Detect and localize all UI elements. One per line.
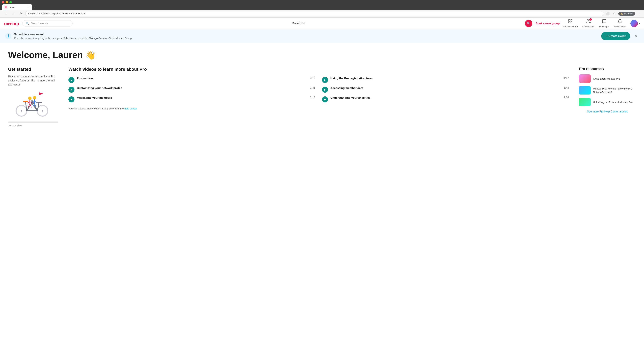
resource-title-0: FAQs about Meetup Pro [593,77,620,80]
search-placeholder-text: Search events [31,22,48,25]
search-bar[interactable]: 🔍 Search events [22,20,72,26]
tab-bar: M Home ✕ + [0,4,644,10]
wave-emoji: 👋 [85,50,96,60]
messages-label: Messages [599,25,609,28]
avatar-chevron-icon[interactable]: ▾ [639,22,640,25]
tab-close-button[interactable]: ✕ [28,6,30,8]
svg-rect-0 [568,19,570,21]
play-button-1[interactable]: ▶ [322,77,328,83]
active-tab[interactable]: M Home ✕ [2,4,32,10]
bookmark-button[interactable]: ☆ [612,11,616,16]
location-display[interactable]: Dover, DE [76,22,522,25]
svg-line-16 [26,102,26,111]
new-tab-button[interactable]: + [33,5,38,9]
video-item-0[interactable]: ▶ Product tour 3:19 [68,77,315,83]
play-button-3[interactable]: ▶ [322,87,328,93]
maximize-window-button[interactable] [10,1,12,3]
window-controls [2,1,12,3]
videos-section: Watch videos to learn more about Pro ▶ P… [68,67,569,127]
progress-bar-track [8,121,58,123]
start-new-group-button[interactable]: Start a new group [536,22,560,25]
incognito-indicator: 🕵 Incognito [618,12,635,15]
help-text-suffix: . [137,107,138,110]
video-text-time-3: Accessing member data 1:43 [330,86,569,90]
content-grid: Get started Having an event scheduled un… [8,67,636,127]
close-window-button[interactable] [2,1,4,3]
video-item-1[interactable]: ▶ Using the Pro registration form 1:17 [322,77,569,83]
forward-button[interactable]: → [10,11,16,16]
create-event-button[interactable]: + Create event [601,32,630,40]
banner-close-button[interactable]: ✕ [633,33,639,39]
pro-resources-section: Pro resources FAQs about Meetup Pro Meet… [579,67,636,127]
incognito-icon: 🕵 [620,12,623,15]
play-button-0[interactable]: ▶ [68,77,74,83]
pro-resources-title: Pro resources [579,67,636,71]
messages-icon [602,19,606,25]
video-text-time-5: Understanding your analytics 2:36 [330,96,569,100]
main-content: Welcome, Lauren 👋 Get started Having an … [0,43,644,134]
resource-item-0[interactable]: FAQs about Meetup Pro [579,74,636,83]
video-title-2: Customizing your network profile [77,86,122,90]
resource-thumbnail-0 [579,74,591,83]
videos-grid: ▶ Product tour 3:19 ▶ Using the Pro regi… [68,77,569,102]
svg-point-18 [28,96,32,100]
resource-title-1: Meetup Pro: How do I grow my Pro Network… [593,87,636,94]
video-item-3[interactable]: ▶ Accessing member data 1:43 [322,86,569,93]
video-item-5[interactable]: ▶ Understanding your analytics 2:36 [322,96,569,102]
video-item-4[interactable]: ▶ Messaging your members 2:18 [68,96,315,102]
banner-info-icon: ℹ [5,33,12,39]
progress-label: 0% Complete [8,124,58,127]
video-text-time-2: Customizing your network profile 1:41 [77,86,315,90]
play-button-5[interactable]: ▶ [322,96,328,102]
video-duration-3: 1:43 [564,86,569,89]
svg-rect-2 [568,22,570,23]
search-button[interactable]: 🔍 [525,20,532,27]
banner-title: Schedule a new event [14,33,598,36]
banner-text: Keep the momentum going in the new year.… [14,37,598,39]
pro-dashboard-nav-item[interactable]: Pro Dashboard [563,19,578,28]
video-duration-5: 2:36 [564,96,569,99]
video-duration-1: 1:17 [564,77,569,80]
messages-nav-item[interactable]: Messages [599,19,609,28]
bike-illustration [12,91,55,117]
progress-bar-container: 0% Complete [8,121,58,127]
incognito-label: Incognito [624,12,633,15]
connections-badge: · [590,18,592,21]
help-text: You can access these videos at any time … [68,107,569,110]
resource-item-1[interactable]: Meetup Pro: How do I grow my Pro Network… [579,86,636,94]
connections-label: Connections [582,25,594,28]
videos-section-title: Watch videos to learn more about Pro [68,67,569,72]
back-button[interactable]: ← [3,11,8,16]
play-button-2[interactable]: ▶ [68,87,74,93]
see-more-link[interactable]: See more Pro Help Center articles [579,110,636,114]
connections-nav-item[interactable]: · Connections [582,19,594,28]
video-duration-0: 3:19 [310,77,315,80]
video-title-1: Using the Pro registration form [330,77,372,80]
video-text-time-1: Using the Pro registration form 1:17 [330,77,569,80]
browser-nav-icons: ⬜ ☆ 🕵 Incognito ⋮ [605,11,641,16]
meetup-logo[interactable]: meetup [4,21,19,26]
app-header: meetup 🔍 Search events Dover, DE 🔍 Start… [0,17,644,29]
help-center-link[interactable]: help center [124,107,137,110]
refresh-button[interactable]: ↻ [18,11,23,16]
pro-dashboard-label: Pro Dashboard [563,25,578,28]
resource-title-2: Unlocking the Power of Meetup Pro [593,100,632,104]
video-item-2[interactable]: ▶ Customizing your network profile 1:41 [68,86,315,93]
pro-dashboard-icon [568,19,573,25]
resource-thumbnail-1 [579,86,591,94]
resource-item-2[interactable]: Unlocking the Power of Meetup Pro [579,98,636,106]
avatar-image [630,20,638,27]
extensions-button[interactable]: ⬜ [605,11,610,16]
minimize-window-button[interactable] [6,1,8,3]
notifications-nav-item[interactable]: Notifications [614,19,626,28]
banner-content: Schedule a new event Keep the momentum g… [14,33,598,39]
user-avatar[interactable] [630,20,638,27]
video-title-3: Accessing member data [330,86,363,90]
menu-button[interactable]: ⋮ [637,11,641,16]
svg-point-6 [21,110,22,112]
browser-chrome: M Home ✕ + ← → ↻ meetup.com/home/?sugges… [0,0,644,17]
play-button-4[interactable]: ▶ [68,96,74,102]
video-text-time-0: Product tour 3:19 [77,77,315,80]
address-bar[interactable]: meetup.com/home/?suggested=true&source=E… [25,11,603,16]
user-avatar-area[interactable]: ▾ [630,20,640,27]
